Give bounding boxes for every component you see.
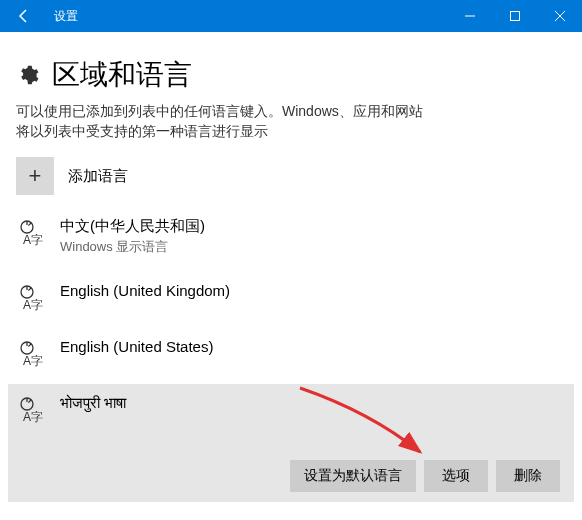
language-name: 中文(中华人民共和国)	[60, 217, 205, 236]
svg-line-12	[28, 344, 31, 347]
titlebar: 设置	[0, 0, 582, 32]
language-action-row: 设置为默认语言 选项 删除	[16, 460, 566, 492]
close-button[interactable]	[537, 0, 582, 32]
language-item[interactable]: A字 English (United Kingdom)	[8, 272, 574, 322]
svg-line-16	[28, 400, 31, 403]
svg-line-8	[28, 288, 31, 291]
plus-icon: +	[16, 157, 54, 195]
language-list: A字 中文(中华人民共和国) Windows 显示语言 A字 English (…	[0, 207, 582, 502]
minimize-button[interactable]	[447, 0, 492, 32]
page-header: 区域和语言	[0, 32, 582, 102]
description-line: 将以列表中受支持的第一种语言进行显示	[16, 122, 566, 142]
svg-text:A字: A字	[23, 298, 43, 311]
language-item[interactable]: A字 English (United States)	[8, 328, 574, 378]
page-title: 区域和语言	[52, 56, 192, 94]
back-button[interactable]	[0, 0, 48, 32]
svg-text:A字: A字	[23, 410, 43, 423]
maximize-button[interactable]	[492, 0, 537, 32]
remove-button[interactable]: 删除	[496, 460, 560, 492]
window-controls	[447, 0, 582, 32]
language-icon: A字	[16, 338, 46, 368]
svg-text:A字: A字	[23, 233, 43, 246]
window-title: 设置	[54, 8, 447, 25]
gear-icon	[16, 63, 40, 87]
add-language-label: 添加语言	[68, 167, 128, 186]
svg-text:A字: A字	[23, 354, 43, 367]
language-icon: A字	[16, 282, 46, 312]
add-language-button[interactable]: + 添加语言	[0, 147, 582, 207]
language-item-selected[interactable]: A字 भोजपुरी भाषा 设置为默认语言 选项 删除	[8, 384, 574, 502]
language-name: English (United Kingdom)	[60, 282, 230, 299]
language-name: भोजपुरी भाषा	[60, 394, 126, 412]
set-default-button[interactable]: 设置为默认语言	[290, 460, 416, 492]
language-icon: A字	[16, 394, 46, 424]
svg-line-4	[28, 223, 31, 226]
language-item[interactable]: A字 中文(中华人民共和国) Windows 显示语言	[8, 207, 574, 266]
description-line: 可以使用已添加到列表中的任何语言键入。Windows、应用和网站	[16, 102, 566, 122]
language-name: English (United States)	[60, 338, 213, 355]
svg-rect-1	[510, 12, 519, 21]
options-button[interactable]: 选项	[424, 460, 488, 492]
page-description: 可以使用已添加到列表中的任何语言键入。Windows、应用和网站 将以列表中受支…	[0, 102, 582, 141]
language-icon: A字	[16, 217, 46, 247]
language-subtitle: Windows 显示语言	[60, 238, 205, 256]
